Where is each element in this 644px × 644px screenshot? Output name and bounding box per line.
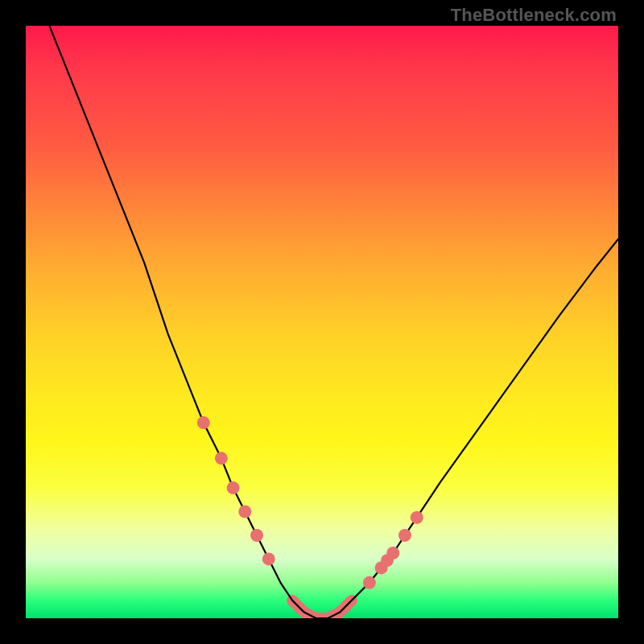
watermark-text: TheBottleneck.com [451,5,617,26]
curve-dot [411,511,423,524]
dots-left [197,416,275,565]
curve-dot [238,506,251,518]
curve-dot [197,416,210,429]
curve-dot [250,529,263,542]
curve-dot [386,547,399,559]
plot-area [26,26,618,618]
chart-canvas: TheBottleneck.com [0,0,644,644]
curve-layer [26,26,618,618]
curve-dot [363,576,376,589]
dots-right [363,511,423,589]
curve-dot [398,529,411,542]
bottleneck-curve [49,26,618,618]
curve-dot [262,552,275,565]
curve-dot [227,481,240,494]
curve-dot [215,452,228,464]
